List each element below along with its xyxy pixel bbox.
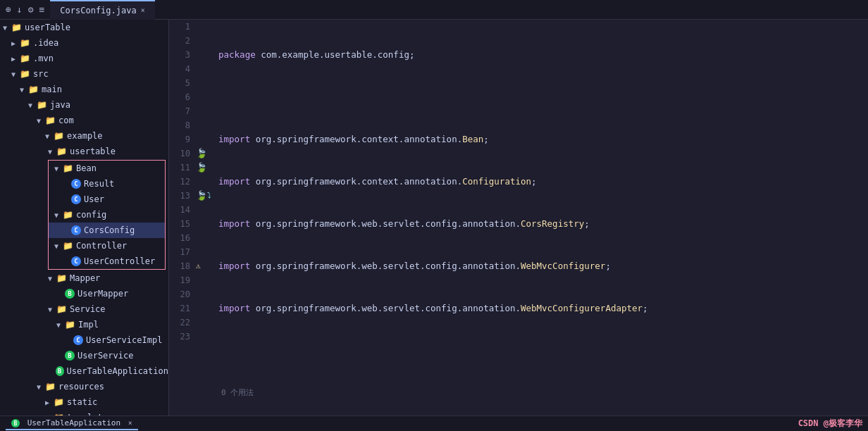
sidebar-item-bean-folder[interactable]: ▼ 📁 Bean [49, 161, 165, 176]
sidebar-item-service-folder[interactable]: ▼ 📁 Service [45, 301, 168, 317]
code-line-3: import org.springframework.context.annot… [218, 132, 868, 146]
folder-icon-com: 📁 [45, 115, 56, 125]
sidebar-item-idea[interactable]: ▶ 📁 .idea [0, 35, 168, 51]
code-area[interactable]: 1 2 3 4 5 6 7 8 9 10 11 12 13 14 15 16 1… [169, 20, 868, 416]
line-numbers: 1 2 3 4 5 6 7 8 9 10 11 12 13 14 15 16 1… [169, 20, 196, 416]
code-line-6: import org.springframework.web.servlet.c… [218, 259, 868, 273]
code-line-8 [218, 344, 868, 358]
tab-bar: CorsConfig.java × [50, 0, 154, 20]
sidebar-item-userserviceimpl[interactable]: ▶ C UserServiceImpl [45, 332, 168, 348]
sidebar-item-label: .idea [33, 38, 58, 48]
folder-icon-bean: 📁 [63, 163, 73, 173]
sidebar-item-label: config [76, 210, 106, 220]
code-content[interactable]: package com.example.usertable.config; im… [213, 20, 868, 416]
folder-icon-main: 📁 [28, 85, 39, 94]
bottom-tab-label: UserTableApplication [27, 418, 120, 427]
sidebar-item-static[interactable]: ▶ 📁 static [0, 394, 168, 410]
folder-icon-idea: 📁 [20, 38, 30, 48]
class-icon-usercontroller: C [71, 256, 81, 266]
sidebar-item-usercontroller[interactable]: ▶ C UserController [49, 254, 165, 269]
sidebar-item-mvn[interactable]: ▶ 📁 .mvn [0, 51, 168, 66]
sidebar-item-usertable[interactable]: ▼ 📁 usertable [45, 144, 168, 159]
folder-icon-static: 📁 [54, 397, 64, 407]
sidebar-item-label: UserTableApplication [67, 366, 169, 376]
folder-icon-service: 📁 [56, 304, 67, 314]
sidebar-item-impl-folder[interactable]: ▼ 📁 Impl [45, 317, 168, 332]
gutter-icons: 🍃 🍃 🍃⤵ ⚠ [196, 20, 213, 416]
sidebar-item-label: .mvn [33, 54, 54, 63]
sidebar-item-label: Result [84, 179, 114, 189]
arrow-icon: ▼ [3, 24, 10, 32]
sidebar-item-mapper-folder[interactable]: ▼ 📁 Mapper [45, 270, 168, 286]
sidebar-item-usermapper[interactable]: ▶ B UserMapper [45, 286, 168, 301]
sidebar-item-label: src [33, 69, 49, 79]
tab-label: CorsConfig.java [60, 6, 136, 15]
sidebar-item-com[interactable]: ▼ 📁 com [0, 113, 168, 128]
sidebar-item-main[interactable]: ▼ 📁 main [0, 82, 168, 97]
sidebar-item-example[interactable]: ▼ 📁 example [0, 128, 168, 144]
code-line-2 [218, 90, 868, 104]
sidebar-item-label: User [84, 194, 104, 204]
sidebar-item-label: UserMapper [78, 289, 128, 299]
icon-settings[interactable]: ⚙ [28, 4, 34, 15]
sidebar-item-label: main [42, 85, 62, 94]
meta-0-uses-1: 0 个用法 [218, 386, 868, 400]
sidebar-project-root[interactable]: ▼ 📁 userTable [0, 20, 168, 35]
sidebar-item-user[interactable]: ▶ C User [49, 192, 165, 207]
icon-add[interactable]: ⊕ [6, 4, 11, 15]
bean-gutter-icon2: 🍃 [196, 161, 207, 175]
bottom-tab-icon: B [11, 419, 20, 427]
sidebar-item-controller-folder[interactable]: ▼ 📁 Controller [49, 238, 165, 254]
bean-icon-usertableapp: B [56, 366, 64, 376]
sidebar-item-label: Bean [76, 163, 97, 173]
csdn-badge: CSDN @极客李华 [798, 418, 862, 430]
bean-icon-userservice: B [65, 351, 75, 361]
sidebar-item-label: UserController [84, 256, 155, 266]
code-line-1: package com.example.usertable.config; [218, 48, 868, 62]
folder-icon-mvn: 📁 [20, 54, 30, 63]
main-layout: ▼ 📁 userTable ▶ 📁 .idea ▶ 📁 .mvn ▼ 📁 src… [0, 20, 868, 416]
sidebar-item-label: UserServiceImpl [86, 335, 162, 345]
warning-gutter: ⚠ [196, 259, 201, 273]
sidebar-item-java[interactable]: ▼ 📁 java [0, 97, 168, 113]
sidebar-item-label: Impl [78, 320, 99, 330]
sidebar-item-label: usertable [70, 146, 116, 156]
sidebar-item-config-folder[interactable]: ▼ 📁 config [49, 207, 165, 223]
sidebar-item-label: static [67, 397, 97, 407]
sidebar-item-label: UserService [78, 351, 133, 361]
sidebar-item-templates[interactable]: ▶ 📁 templates [0, 410, 168, 416]
sidebar-item-label: example [67, 131, 103, 141]
class-icon-user: C [71, 194, 81, 204]
sidebar-item-userservice[interactable]: ▶ B UserService [45, 348, 168, 363]
sidebar-item-src[interactable]: ▼ 📁 src [0, 66, 168, 82]
sidebar-item-label: com [58, 115, 74, 125]
bottom-tab-usertableapp[interactable]: B UserTableApplication × [6, 417, 138, 431]
sidebar-item-label: CorsConfig [84, 225, 135, 235]
bottom-tab-bar: B UserTableApplication × CSDN @极客李华 [0, 416, 868, 431]
folder-icon-resources: 📁 [45, 382, 56, 392]
code-line-5: import org.springframework.web.servlet.c… [218, 217, 868, 231]
folder-icon-controller: 📁 [63, 241, 73, 251]
bean-icon-usermapper: B [65, 289, 75, 299]
bottom-tab-close[interactable]: × [128, 419, 132, 427]
code-editor: 1 2 3 4 5 6 7 8 9 10 11 12 13 14 15 16 1… [169, 20, 868, 416]
tab-corsconfig[interactable]: CorsConfig.java × [50, 0, 154, 20]
class-icon-corsconfig: C [71, 225, 81, 235]
toolbar-icons: ⊕ ↓ ⚙ ≡ [6, 4, 44, 15]
class-icon-userserviceimpl: C [73, 335, 83, 345]
sidebar-item-label: resources [58, 382, 104, 392]
top-bar: ⊕ ↓ ⚙ ≡ CorsConfig.java × [0, 0, 868, 20]
sidebar-item-label: Service [70, 304, 106, 314]
sidebar-item-label: Controller [76, 241, 127, 251]
impl-icon: ⤵ [207, 189, 211, 203]
folder-icon-java: 📁 [37, 100, 47, 110]
sidebar-item-corsconfig[interactable]: ▶ C CorsConfig [49, 223, 165, 238]
sidebar-item-resources[interactable]: ▼ 📁 resources [0, 379, 168, 394]
usertable-group: ▼ 📁 usertable ▼ 📁 Bean ▶ C Result ▶ [45, 144, 168, 379]
sidebar-item-usertableapp[interactable]: ▶ B UserTableApplication [45, 363, 168, 379]
icon-menu[interactable]: ≡ [39, 4, 44, 15]
folder-icon-src: 📁 [20, 69, 30, 79]
tab-close-button[interactable]: × [141, 6, 145, 14]
icon-download[interactable]: ↓ [17, 4, 23, 15]
sidebar-item-result[interactable]: ▶ C Result [49, 176, 165, 192]
